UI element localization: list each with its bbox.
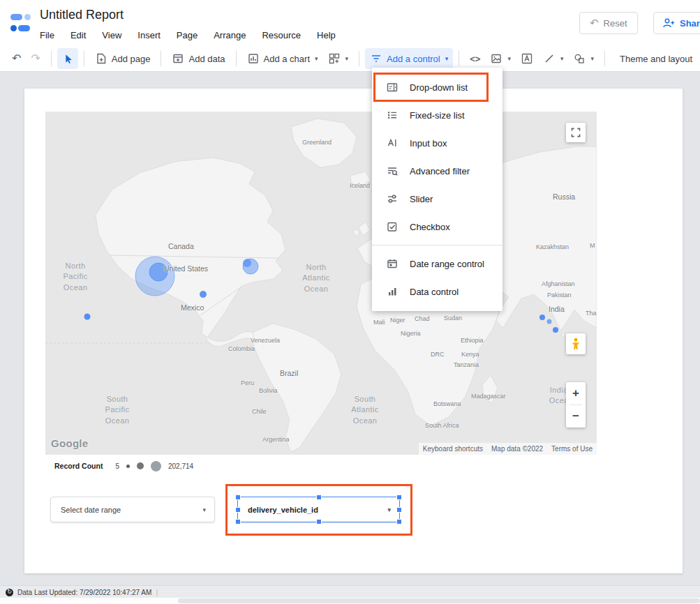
embed-code-button[interactable]: <> — [465, 48, 485, 69]
menu-arrange[interactable]: Arrange — [214, 29, 246, 42]
bubble-map-chart[interactable]: Greenland Iceland Canada United States M… — [45, 112, 597, 455]
zoom-in-button[interactable]: + — [566, 382, 586, 405]
filter-control-icon — [370, 52, 382, 65]
toolbar-divider — [161, 51, 161, 66]
chevron-down-icon: ▾ — [590, 55, 594, 62]
add-chart-icon — [247, 52, 260, 65]
data-studio-logo[interactable] — [7, 9, 35, 37]
toolbar-divider — [459, 51, 459, 66]
community-visualizations-button[interactable]: ▾ — [323, 48, 354, 69]
code-icon: <> — [470, 54, 480, 63]
last-updated-text: Data Last Updated: 7/29/2022 10:47:27 AM — [17, 589, 151, 596]
menu-view[interactable]: View — [102, 29, 121, 42]
menu-bar: File Edit View Insert Page Arrange Resou… — [40, 29, 336, 42]
fullscreen-icon — [570, 127, 581, 138]
horizontal-scrollbar[interactable] — [178, 598, 700, 603]
resize-handle[interactable] — [316, 494, 322, 500]
fullscreen-button[interactable] — [566, 123, 586, 142]
zoom-out-button[interactable]: − — [566, 405, 586, 428]
data-control-icon — [386, 285, 399, 298]
theme-layout-button[interactable]: Theme and layout — [615, 48, 697, 69]
resize-handle[interactable] — [396, 494, 402, 500]
menu-resource[interactable]: Resource — [262, 29, 301, 42]
menu-divider — [372, 245, 502, 246]
person-add-icon — [662, 17, 675, 29]
image-icon — [490, 52, 502, 65]
date-range-control[interactable]: Select date range ▾ — [50, 497, 215, 522]
refresh-clock-icon: ↻ — [6, 589, 13, 596]
street-view-pegman-button[interactable] — [566, 333, 586, 354]
legend-title: Record Count — [54, 462, 103, 470]
reset-button[interactable]: ↶ Reset — [579, 12, 638, 34]
google-maps-logo: Google — [51, 437, 88, 449]
menu-item-input-box[interactable]: Input box — [372, 129, 502, 157]
fixed-size-list-icon — [386, 109, 399, 121]
advanced-filter-icon — [386, 165, 399, 177]
redo-icon: ↷ — [31, 53, 40, 64]
resize-handle[interactable] — [235, 507, 241, 513]
menu-item-slider[interactable]: Slider — [372, 185, 502, 213]
share-button[interactable]: Share — [653, 12, 700, 34]
terms-of-use-link[interactable]: Terms of Use — [547, 443, 597, 455]
add-control-button[interactable]: Add a control ▾ — [365, 48, 453, 69]
menu-page[interactable]: Page — [177, 29, 198, 42]
menu-item-fixed-size-list[interactable]: Fixed-size list — [372, 101, 502, 129]
status-divider: | — [156, 588, 158, 596]
add-page-button[interactable]: Add page — [90, 48, 156, 69]
menu-item-dropdown-list[interactable]: Drop-down list — [372, 73, 502, 101]
redo-button[interactable]: ↷ — [26, 48, 45, 69]
chevron-down-icon: ▾ — [507, 55, 511, 62]
menu-item-data-control[interactable]: Data control — [372, 278, 502, 305]
add-control-menu: Drop-down list Fixed-size list Input box… — [372, 68, 502, 311]
add-data-icon — [172, 52, 184, 65]
chevron-down-icon: ▾ — [445, 55, 449, 62]
toolbar-divider — [359, 51, 359, 66]
line-tool-button[interactable]: ▾ — [538, 48, 569, 69]
dropdown-filter-control[interactable]: delivery_vehicle_id ▾ — [237, 497, 400, 522]
select-tool-button[interactable] — [57, 48, 78, 69]
add-chart-button[interactable]: Add a chart ▾ — [242, 48, 323, 69]
chevron-down-icon: ▾ — [560, 55, 564, 62]
report-title[interactable]: Untitled Report — [40, 8, 124, 22]
menu-item-checkbox[interactable]: Checkbox — [372, 213, 502, 241]
menu-item-date-range-control[interactable]: Date range control — [372, 250, 502, 278]
map-data-label: Map data ©2022 — [487, 443, 547, 455]
blocks-icon — [328, 52, 341, 65]
toolbar: ↶ ↷ Add page Add data Add a chart ▾ — [0, 46, 700, 72]
resize-handle[interactable] — [396, 519, 402, 524]
chevron-down-icon: ▾ — [202, 506, 206, 513]
undo-icon: ↶ — [12, 53, 21, 64]
keyboard-shortcuts-link[interactable]: Keyboard shortcuts — [419, 443, 487, 455]
legend-bubble-large — [151, 461, 161, 471]
dropdown-field-label: delivery_vehicle_id — [238, 506, 318, 514]
menu-help[interactable]: Help — [317, 29, 336, 42]
resize-handle[interactable] — [396, 507, 402, 513]
text-box-icon — [521, 52, 533, 65]
report-page[interactable]: Greenland Iceland Canada United States M… — [24, 89, 683, 573]
menu-item-advanced-filter[interactable]: Advanced filter — [372, 157, 502, 185]
pegman-icon — [570, 337, 581, 351]
menu-file[interactable]: File — [40, 29, 54, 42]
checkbox-icon — [386, 220, 399, 233]
report-canvas-area: Greenland Iceland Canada United States M… — [0, 72, 700, 586]
map-attribution: Keyboard shortcuts Map data ©2022 Terms … — [419, 443, 597, 455]
slider-icon — [386, 192, 399, 205]
add-data-button[interactable]: Add data — [167, 48, 230, 69]
image-tool-button[interactable]: ▾ — [485, 48, 516, 69]
resize-handle[interactable] — [235, 494, 241, 500]
legend-min-value: 5 — [115, 462, 119, 470]
resize-handle[interactable] — [316, 519, 322, 524]
menu-insert[interactable]: Insert — [137, 29, 161, 42]
shape-tool-button[interactable]: ▾ — [568, 48, 599, 69]
toolbar-divider — [84, 51, 84, 66]
undo-button[interactable]: ↶ — [7, 48, 26, 69]
add-page-icon — [95, 52, 107, 65]
dropdown-list-icon — [386, 81, 399, 93]
data-freshness: ↻ Data Last Updated: 7/29/2022 10:47:27 … — [6, 588, 158, 596]
menu-edit[interactable]: Edit — [70, 29, 86, 42]
data-studio-logo-icon — [7, 9, 35, 37]
app-header: Untitled Report File Edit View Insert Pa… — [0, 0, 700, 46]
calendar-icon — [386, 257, 399, 270]
text-tool-button[interactable] — [516, 48, 538, 69]
resize-handle[interactable] — [235, 519, 241, 524]
